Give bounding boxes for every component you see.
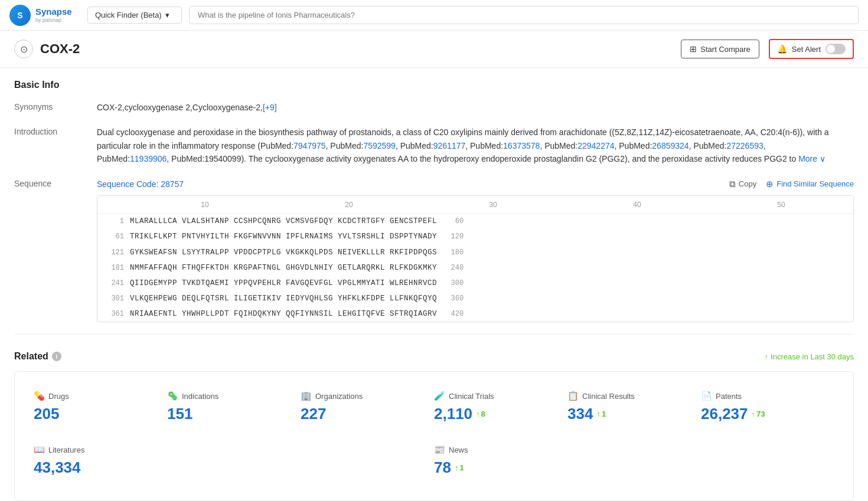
sequence-line-item: 1 MLARALLLCA VLALSHTANP CCSHPCQNRG VCMSV… bbox=[97, 214, 853, 229]
related-card[interactable]: 🧪 Clinical Trials 2,110 ↑8 bbox=[434, 386, 567, 433]
card-label: Literatures bbox=[48, 446, 84, 454]
card-count-value: 43,334 bbox=[34, 459, 81, 477]
card-icon-label: 📖 Literatures bbox=[34, 444, 425, 455]
card-icon: 🦠 bbox=[167, 391, 178, 401]
synonyms-text: COX-2,cyclooxygenase 2,Cyclooxygenase-2, bbox=[97, 103, 263, 112]
card-count: 334 ↑1 bbox=[567, 405, 691, 423]
card-label: Organizations bbox=[315, 392, 363, 401]
related-card[interactable]: 🏢 Organizations 227 bbox=[301, 386, 434, 433]
find-similar-label: Find Similar Sequence bbox=[776, 179, 854, 188]
header-actions: ⊞ Start Compare 🔔 Set Alert bbox=[681, 39, 854, 59]
related-card[interactable]: 📰 News 78 ↑1 bbox=[434, 440, 834, 486]
search-input[interactable] bbox=[189, 6, 859, 24]
toggle-knob bbox=[827, 45, 835, 53]
card-icon-label: 📰 News bbox=[434, 444, 825, 455]
pubmed-link-1[interactable]: 7947975 bbox=[293, 141, 326, 150]
synonyms-row: Synonyms COX-2,cyclooxygenase 2,Cyclooxy… bbox=[14, 101, 854, 114]
related-header: Related i ↑ Increase in Last 30 days bbox=[14, 351, 854, 362]
sequence-scroll[interactable]: 10 20 30 40 50 1 MLARALLLCA VLALSHTANP C… bbox=[97, 196, 853, 322]
sequence-line-item: 121 GYKSWEAFSN LSYYTRALPP VPDDCPTPLG VKG… bbox=[97, 245, 853, 260]
card-count-value: 205 bbox=[34, 405, 59, 423]
ruler-40: 40 bbox=[565, 199, 709, 211]
quick-finder-dropdown[interactable]: Quick Finder (Beta) ▾ bbox=[87, 6, 182, 24]
related-card[interactable]: 📋 Clinical Results 334 ↑1 bbox=[567, 386, 701, 433]
card-label: Drugs bbox=[48, 392, 69, 401]
synonyms-value: COX-2,cyclooxygenase 2,Cyclooxygenase-2,… bbox=[97, 101, 854, 114]
pubmed-link-7[interactable]: 27226593 bbox=[726, 141, 763, 150]
ruler-30: 30 bbox=[421, 199, 565, 211]
intro-more-link[interactable]: More ∨ bbox=[798, 154, 825, 163]
card-label: Clinical Results bbox=[582, 392, 635, 401]
seq-line-end: 180 bbox=[437, 247, 464, 258]
card-icon-label: 💊 Drugs bbox=[34, 391, 158, 401]
seq-line-num: 1 bbox=[97, 216, 130, 227]
set-alert-area[interactable]: 🔔 Set Alert bbox=[769, 39, 854, 59]
sequence-line-item: 181 NMMFAFFAQH FTHQFFKTDH KRGPAFTNGL GHG… bbox=[97, 260, 853, 276]
target-icon: ⊙ bbox=[14, 40, 33, 58]
seq-line-num: 181 bbox=[97, 263, 130, 274]
card-badge: ↑1 bbox=[596, 410, 606, 418]
top-nav: S Synapse by patsnap Quick Finder (Beta)… bbox=[0, 0, 868, 31]
pubmed-link-5[interactable]: 22942274 bbox=[577, 141, 614, 150]
set-alert-toggle[interactable] bbox=[825, 44, 846, 54]
sequence-actions: ⧉ Copy ⊕ Find Similar Sequence bbox=[729, 179, 854, 189]
card-count-value: 2,110 bbox=[434, 405, 472, 423]
page-header: ⊙ COX-2 ⊞ Start Compare 🔔 Set Alert bbox=[0, 31, 868, 68]
pubmed-link-8[interactable]: 11939906 bbox=[130, 154, 167, 163]
related-card[interactable]: 🦠 Indications 151 bbox=[167, 386, 301, 433]
introduction-label: Introduction bbox=[14, 126, 73, 165]
seq-line-end: 360 bbox=[437, 293, 464, 304]
card-icon-label: 📄 Patents bbox=[701, 391, 825, 401]
ruler-10: 10 bbox=[133, 199, 277, 211]
basic-info-title: Basic Info bbox=[14, 80, 854, 90]
card-count: 151 bbox=[167, 405, 291, 423]
card-label: News bbox=[449, 446, 468, 454]
set-alert-label: Set Alert bbox=[792, 45, 821, 54]
logo-title: Synapse bbox=[35, 6, 72, 17]
badge-num: 8 bbox=[481, 410, 485, 418]
card-icon: 📄 bbox=[701, 391, 712, 401]
arrow-up-icon: ↑ bbox=[765, 352, 769, 361]
seq-line-num: 241 bbox=[97, 278, 130, 289]
pubmed-link-3[interactable]: 9261177 bbox=[433, 141, 466, 150]
sequence-ruler: 10 20 30 40 50 bbox=[97, 196, 853, 214]
synonyms-more-link[interactable]: [+9] bbox=[263, 103, 277, 112]
badge-num: 1 bbox=[459, 463, 464, 472]
copy-button[interactable]: ⧉ Copy bbox=[729, 179, 756, 189]
chevron-down-icon: ▾ bbox=[165, 11, 169, 19]
card-icon-label: 🧪 Clinical Trials bbox=[434, 391, 558, 401]
card-icon: 💊 bbox=[34, 391, 45, 401]
card-count-value: 334 bbox=[567, 405, 593, 423]
related-card[interactable]: 💊 Drugs 205 bbox=[34, 386, 167, 433]
card-count-value: 26,237 bbox=[701, 405, 748, 423]
pubmed-link-6[interactable]: 26859324 bbox=[652, 141, 688, 150]
sequence-lines: 1 MLARALLLCA VLALSHTANP CCSHPCQNRG VCMSV… bbox=[97, 214, 853, 322]
bell-icon: 🔔 bbox=[777, 44, 787, 54]
seq-line-num: 301 bbox=[97, 293, 130, 304]
related-card[interactable]: 📖 Literatures 43,334 bbox=[34, 440, 434, 486]
logo-text: Synapse by patsnap bbox=[35, 6, 72, 24]
page-title: COX-2 bbox=[40, 41, 80, 57]
compare-icon: ⊞ bbox=[690, 44, 697, 54]
card-badge: ↑73 bbox=[752, 410, 765, 418]
pubmed-link-4[interactable]: 16373578 bbox=[503, 141, 540, 150]
sequence-code-link[interactable]: Sequence Code: 28757 bbox=[97, 178, 184, 191]
card-count: 43,334 bbox=[34, 459, 425, 477]
seq-line-data: MLARALLLCA VLALSHTANP CCSHPCQNRG VCMSVGF… bbox=[130, 215, 437, 227]
copy-icon: ⧉ bbox=[729, 179, 736, 189]
related-info-icon[interactable]: i bbox=[52, 352, 61, 361]
seq-line-num: 121 bbox=[97, 247, 130, 258]
related-card[interactable]: 📄 Patents 26,237 ↑73 bbox=[701, 386, 834, 433]
seq-line-data: GYKSWEAFSN LSYYTRALPP VPDDCPTPLG VKGKKQL… bbox=[130, 247, 437, 258]
card-icon-label: 🦠 Indications bbox=[167, 391, 291, 401]
sequence-line-item: 361 NRIAAEFNTL YHWHPLLPDT FQIHDQKYNY QQF… bbox=[97, 306, 853, 322]
card-count-value: 227 bbox=[301, 405, 326, 423]
arrow-up-icon: ↑ bbox=[455, 463, 459, 472]
increase-label: ↑ Increase in Last 30 days bbox=[765, 352, 854, 361]
find-similar-button[interactable]: ⊕ Find Similar Sequence bbox=[766, 179, 854, 189]
card-count: 26,237 ↑73 bbox=[701, 405, 825, 423]
pubmed-link-2[interactable]: 7592599 bbox=[363, 141, 396, 150]
card-icon: 📋 bbox=[567, 391, 579, 401]
start-compare-button[interactable]: ⊞ Start Compare bbox=[681, 40, 759, 58]
arrow-up-icon: ↑ bbox=[752, 410, 756, 418]
